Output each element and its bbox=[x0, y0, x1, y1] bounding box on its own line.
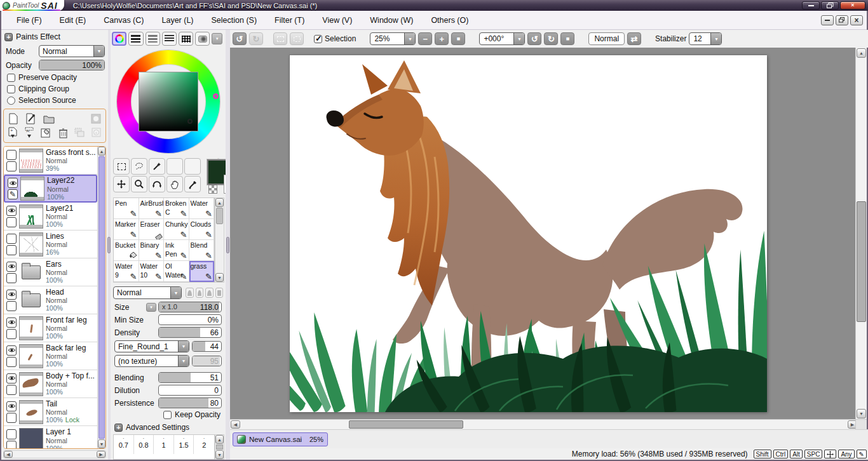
menu-edit[interactable]: Edit (E) bbox=[51, 13, 95, 27]
brush-shape-slider[interactable]: 44 bbox=[192, 341, 222, 352]
rect-select-tool[interactable] bbox=[113, 158, 130, 175]
hue-marker[interactable] bbox=[213, 93, 219, 99]
layer-row-grass-front[interactable]: Grass front s...Normal39% bbox=[4, 147, 97, 175]
layer-row-front-far-leg[interactable]: Front far legNormal100% bbox=[4, 314, 97, 342]
paint-target-checkbox[interactable] bbox=[6, 161, 17, 171]
hand-tool[interactable] bbox=[166, 176, 183, 192]
eyedropper-tool[interactable] bbox=[184, 176, 201, 192]
restore-button[interactable] bbox=[821, 1, 839, 10]
layer-list-scrollbar[interactable]: ▲ ▼ bbox=[97, 147, 105, 448]
brush-tip-hard-button[interactable] bbox=[205, 288, 214, 298]
zoom-dropdown[interactable]: 25% ▼ bbox=[370, 32, 416, 45]
scroll-right-arrow[interactable]: ▶ bbox=[97, 451, 105, 458]
empty-tool-slot[interactable] bbox=[166, 158, 183, 175]
zoom-tool[interactable] bbox=[131, 176, 147, 192]
panel-splitter[interactable] bbox=[226, 30, 230, 460]
scrollbar-thumb[interactable] bbox=[349, 420, 463, 429]
visibility-checkbox[interactable] bbox=[6, 234, 17, 244]
invert-selection-button[interactable] bbox=[290, 32, 304, 45]
texture-dropdown[interactable]: (no texture) ▼ bbox=[114, 355, 189, 367]
size-unit-dropdown[interactable]: ▼ bbox=[146, 303, 156, 312]
lasso-tool[interactable] bbox=[131, 158, 147, 175]
swatches-tab[interactable] bbox=[179, 32, 193, 46]
layer-row-lines[interactable]: LinesNormal16% bbox=[4, 230, 97, 258]
menu-canvas[interactable]: Canvas (C) bbox=[95, 13, 153, 27]
zoom-in-button[interactable]: + bbox=[435, 32, 449, 45]
transfer-down-button[interactable]: + bbox=[6, 126, 19, 139]
splitter-handle[interactable] bbox=[226, 237, 229, 253]
scroll-down-arrow[interactable]: ▼ bbox=[215, 273, 224, 282]
zoom-out-button[interactable]: − bbox=[418, 32, 432, 45]
any-device-indicator[interactable]: Any bbox=[838, 450, 854, 458]
canvas-workspace[interactable] bbox=[230, 48, 858, 419]
apply-mask-button[interactable]: + bbox=[90, 126, 103, 139]
keep-opacity-row[interactable]: Keep Opacity bbox=[114, 410, 220, 419]
normal-view-button[interactable]: Normal bbox=[588, 32, 625, 45]
blending-slider[interactable]: 51 bbox=[158, 372, 222, 383]
scratchpad-tab[interactable] bbox=[195, 32, 210, 46]
layer-list-hscrollbar[interactable]: ◀ ▶ bbox=[3, 450, 106, 458]
scroll-down-arrow[interactable]: ▼ bbox=[215, 450, 224, 459]
brush-eraser[interactable]: Eraser bbox=[139, 219, 165, 240]
layer-opacity-slider[interactable]: 100% bbox=[39, 60, 105, 70]
brush-grid-scrollbar[interactable]: ▲ ▼ bbox=[215, 197, 224, 283]
brush-blend-mode-dropdown[interactable]: Normal ▼ bbox=[113, 286, 182, 299]
brush-ink-pen[interactable]: Ink Pen✎ bbox=[164, 240, 189, 261]
presets-scrollbar[interactable]: ▲ ▼ bbox=[215, 434, 224, 460]
redo-button[interactable]: ↻ bbox=[249, 32, 263, 45]
new-layer-button[interactable] bbox=[6, 112, 20, 125]
preset-1[interactable]: ·1 bbox=[154, 435, 174, 454]
flip-horizontal-button[interactable]: ⇄ bbox=[627, 32, 641, 45]
paints-effect-header[interactable]: + Paints Effect bbox=[3, 31, 107, 44]
menu-selection[interactable]: Selection (S) bbox=[203, 13, 266, 27]
visibility-checkbox[interactable] bbox=[6, 206, 17, 216]
color-wheel[interactable] bbox=[112, 49, 224, 157]
scrollbar-thumb[interactable] bbox=[857, 201, 866, 322]
scroll-up-arrow[interactable]: ▲ bbox=[857, 48, 866, 58]
merge-mask-button[interactable] bbox=[73, 126, 86, 139]
shift-key-indicator[interactable]: Shift bbox=[754, 450, 771, 458]
scroll-up-arrow[interactable]: ▲ bbox=[215, 435, 224, 444]
minimize-button[interactable] bbox=[802, 1, 820, 10]
menu-view[interactable]: View (V) bbox=[313, 13, 361, 27]
new-linework-layer-button[interactable] bbox=[24, 112, 38, 125]
brush-airbrush[interactable]: AirBrush✎ bbox=[139, 198, 165, 219]
layer-row-body[interactable]: Body + Top f...Normal100% bbox=[4, 370, 97, 398]
close-button[interactable]: × bbox=[840, 1, 865, 10]
layer-mode-dropdown[interactable]: Normal ▼ bbox=[39, 45, 105, 57]
brush-chunky[interactable]: Chunky✎ bbox=[164, 219, 189, 240]
color-wheel-tab[interactable] bbox=[112, 32, 126, 46]
menu-file[interactable]: File (F) bbox=[8, 13, 51, 27]
brush-pen[interactable]: Pen✎ bbox=[114, 198, 139, 219]
keep-opacity-checkbox[interactable] bbox=[163, 411, 172, 419]
deselect-button[interactable] bbox=[273, 32, 287, 45]
canvas-vscrollbar[interactable]: ▲ ▼ bbox=[855, 48, 867, 419]
brush-bucket[interactable]: Bucket bbox=[114, 240, 139, 261]
density-slider[interactable]: 66 bbox=[158, 327, 222, 338]
rotate-cw-button[interactable]: ↻ bbox=[544, 32, 558, 45]
new-folder-button[interactable] bbox=[42, 112, 56, 125]
persistence-slider[interactable]: 80 bbox=[158, 398, 222, 408]
scroll-down-arrow[interactable]: ▼ bbox=[98, 439, 105, 448]
scroll-up-arrow[interactable]: ▲ bbox=[98, 147, 105, 156]
mdi-minimize-button[interactable] bbox=[821, 15, 834, 25]
preset-0.7[interactable]: ·0.7 bbox=[114, 435, 134, 454]
paint-target-checkbox[interactable] bbox=[6, 329, 17, 339]
empty-tool-slot[interactable] bbox=[184, 158, 201, 175]
paint-target-checkbox[interactable] bbox=[6, 385, 17, 395]
document-tab[interactable]: New Canvas.sai 25% bbox=[233, 432, 328, 446]
ctrl-key-indicator[interactable]: Ctrl bbox=[773, 450, 789, 458]
paint-target-checkbox[interactable]: ✎ bbox=[8, 189, 18, 199]
visibility-checkbox[interactable] bbox=[6, 345, 17, 356]
advanced-settings-row[interactable]: + Advanced Settings bbox=[114, 423, 222, 432]
preset-2[interactable]: ·2 bbox=[194, 435, 214, 454]
menu-others[interactable]: Others (O) bbox=[422, 13, 477, 27]
brush-marker[interactable]: Marker✎ bbox=[114, 219, 139, 240]
preserve-opacity-checkbox[interactable] bbox=[7, 74, 15, 82]
visibility-checkbox[interactable] bbox=[6, 150, 17, 160]
paint-target-checkbox[interactable] bbox=[6, 357, 17, 367]
layer-row-layer21[interactable]: Layer21Normal100% bbox=[4, 203, 97, 230]
rotation-dropdown[interactable]: +000° ▼ bbox=[479, 32, 525, 45]
transparent-color-button[interactable] bbox=[208, 185, 217, 194]
brush-broken-c[interactable]: Broken C✎ bbox=[164, 198, 189, 219]
